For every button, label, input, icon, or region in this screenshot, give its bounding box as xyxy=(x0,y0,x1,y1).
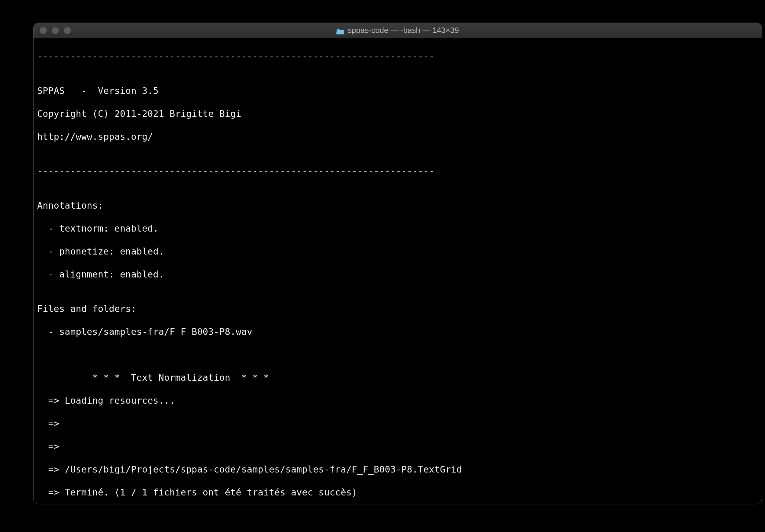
output-line: SPPAS - Version 3.5 xyxy=(37,85,758,97)
output-line: Annotations: xyxy=(37,200,758,211)
output-line: - phonetize: enabled. xyxy=(37,246,758,257)
minimize-button[interactable] xyxy=(52,27,59,34)
output-line: http://www.sppas.org/ xyxy=(37,131,758,142)
close-button[interactable] xyxy=(40,27,47,34)
output-line: => /Users/bigi/Projects/sppas-code/sampl… xyxy=(37,464,758,475)
output-line: => Loading resources... xyxy=(37,395,758,406)
output-line: Copyright (C) 2011-2021 Brigitte Bigi xyxy=(37,108,758,120)
output-line: ----------------------------------------… xyxy=(37,165,758,177)
output-line: => xyxy=(37,441,758,452)
output-line: - alignment: enabled. xyxy=(37,269,758,280)
window-title-text: sppas-code — -bash — 143×39 xyxy=(348,26,459,35)
output-line: - textnorm: enabled. xyxy=(37,223,758,234)
terminal-window: sppas-code — -bash — 143×39 ------------… xyxy=(33,23,762,504)
output-line: ----------------------------------------… xyxy=(37,51,758,62)
maximize-button[interactable] xyxy=(64,27,71,34)
output-line: => xyxy=(37,418,758,429)
output-line: - samples/samples-fra/F_F_B003-P8.wav xyxy=(37,326,758,338)
titlebar: sppas-code — -bash — 143×39 xyxy=(34,23,762,38)
output-line: Files and folders: xyxy=(37,303,758,315)
output-line: * * * Text Normalization * * * xyxy=(37,372,758,384)
window-controls xyxy=(34,27,71,34)
window-title: sppas-code — -bash — 143×39 xyxy=(34,26,762,35)
output-line: => Terminé. (1 / 1 fichiers ont été trai… xyxy=(37,487,758,498)
terminal-body[interactable]: ----------------------------------------… xyxy=(34,38,762,504)
folder-icon xyxy=(336,27,345,34)
